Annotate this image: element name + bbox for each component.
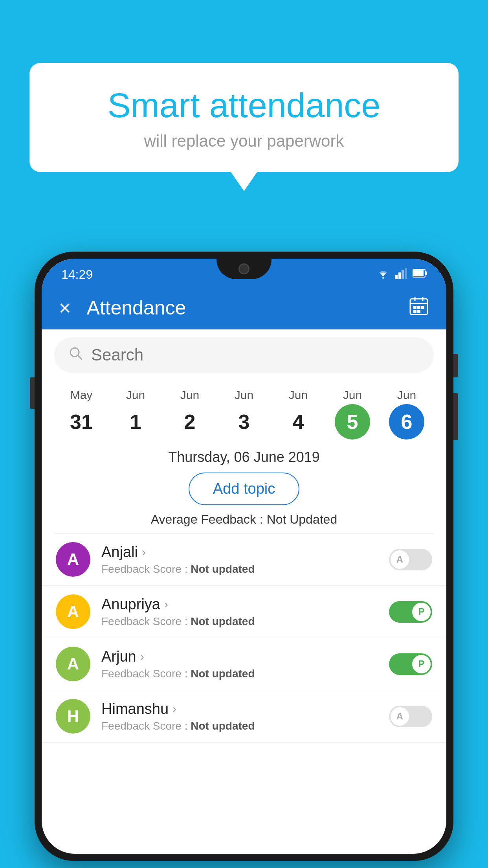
speech-bubble: Smart attendance will replace your paper… <box>29 63 459 172</box>
svg-rect-3 <box>402 270 404 279</box>
status-time: 14:29 <box>61 267 93 282</box>
chevron-right-icon: › <box>142 545 146 559</box>
student-name-himanshu: Himanshu <box>101 701 169 717</box>
student-info-anjali: Anjali › Feedback Score : Not updated <box>101 544 378 576</box>
svg-rect-6 <box>413 270 424 276</box>
chevron-right-icon: › <box>172 702 176 715</box>
attendance-toggle-anupriya[interactable]: P <box>389 601 432 623</box>
close-button[interactable]: × <box>59 298 71 318</box>
avatar-arjun: A <box>56 647 90 681</box>
feedback-score-himanshu: Feedback Score : Not updated <box>101 720 378 732</box>
avg-feedback: Average Feedback : Not Updated <box>42 512 446 533</box>
avg-feedback-value: Not Updated <box>267 512 338 526</box>
date-col-3[interactable]: Jun 3 <box>226 388 262 440</box>
svg-rect-13 <box>417 306 420 309</box>
app-title: Attendance <box>86 296 393 319</box>
phone-frame: 14:29 <box>35 252 453 868</box>
avatar-anjali: A <box>56 542 90 577</box>
student-info-arjun: Arjun › Feedback Score : Not updated <box>101 648 378 680</box>
svg-rect-15 <box>417 310 420 313</box>
svg-line-18 <box>78 355 82 359</box>
speech-bubble-section: Smart attendance will replace your paper… <box>29 63 459 172</box>
attendance-toggle-himanshu[interactable]: A <box>389 706 432 727</box>
volume-right-button <box>453 393 458 440</box>
svg-point-0 <box>382 277 384 279</box>
search-icon <box>68 346 83 364</box>
student-name-arjun: Arjun <box>101 648 136 665</box>
student-name-anjali: Anjali <box>101 544 138 561</box>
chevron-right-icon: › <box>164 598 168 611</box>
search-input[interactable] <box>91 346 420 364</box>
student-info-himanshu: Himanshu › Feedback Score : Not updated <box>101 701 378 732</box>
student-name-anupriya: Anupriya <box>101 596 160 613</box>
date-col-4[interactable]: Jun 4 <box>281 388 316 440</box>
signal-icon <box>395 268 407 281</box>
feedback-score-anjali: Feedback Score : Not updated <box>101 563 378 576</box>
bubble-subtitle: will replace your paperwork <box>57 132 431 151</box>
student-list: A Anjali › Feedback Score : Not updated … <box>42 533 446 743</box>
feedback-score-arjun: Feedback Score : Not updated <box>101 668 378 680</box>
date-col-0[interactable]: May 31 <box>64 388 99 440</box>
student-item-himanshu[interactable]: H Himanshu › Feedback Score : Not update… <box>42 690 446 743</box>
bubble-title: Smart attendance <box>57 86 431 125</box>
phone-screen: 14:29 <box>42 259 446 854</box>
date-col-6[interactable]: Jun 6 <box>389 388 424 440</box>
svg-rect-12 <box>413 306 416 309</box>
svg-rect-1 <box>395 275 398 279</box>
calendar-icon[interactable] <box>409 296 429 320</box>
attendance-toggle-anjali[interactable]: A <box>389 549 432 570</box>
status-icons <box>376 268 427 281</box>
feedback-score-anupriya: Feedback Score : Not updated <box>101 615 378 628</box>
avg-feedback-label: Average Feedback : <box>151 512 263 526</box>
student-item-anjali[interactable]: A Anjali › Feedback Score : Not updated … <box>42 533 446 586</box>
svg-rect-2 <box>398 272 401 279</box>
student-info-anupriya: Anupriya › Feedback Score : Not updated <box>101 596 378 628</box>
phone-outer: 14:29 <box>35 252 453 861</box>
date-col-5[interactable]: Jun 5 <box>335 388 370 440</box>
power-button <box>453 354 458 377</box>
svg-rect-16 <box>421 306 424 309</box>
date-strip: May 31 Jun 1 Jun 2 Jun 3 Jun 4 <box>42 381 446 443</box>
selected-date-label: Thursday, 06 June 2019 <box>42 443 446 469</box>
chevron-right-icon: › <box>140 650 144 663</box>
svg-rect-4 <box>405 268 407 279</box>
add-topic-button[interactable]: Add topic <box>189 473 299 505</box>
student-item-anupriya[interactable]: A Anupriya › Feedback Score : Not update… <box>42 586 446 638</box>
avatar-anupriya: A <box>56 594 90 629</box>
student-item-arjun[interactable]: A Arjun › Feedback Score : Not updated P <box>42 638 446 690</box>
svg-rect-14 <box>413 310 416 313</box>
wifi-icon <box>376 268 390 281</box>
battery-icon <box>413 268 427 281</box>
svg-rect-7 <box>425 271 427 275</box>
app-bar: × Attendance <box>42 286 446 329</box>
avatar-himanshu: H <box>56 699 90 734</box>
date-col-1[interactable]: Jun 1 <box>118 388 153 440</box>
attendance-toggle-arjun[interactable]: P <box>389 653 432 675</box>
volume-button <box>30 377 35 409</box>
camera <box>238 263 250 274</box>
search-bar[interactable] <box>54 337 434 373</box>
date-col-2[interactable]: Jun 2 <box>172 388 207 440</box>
